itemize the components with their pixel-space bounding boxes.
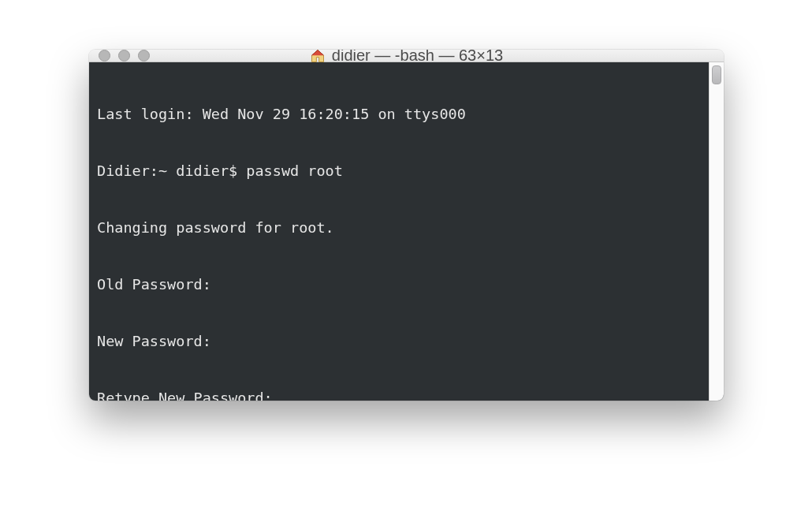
terminal-line: Retype New Password: [97, 389, 702, 401]
traffic-lights [89, 50, 150, 62]
terminal-text-area[interactable]: Last login: Wed Nov 29 16:20:15 on ttys0… [89, 62, 709, 401]
home-icon [310, 50, 326, 64]
close-window-button[interactable] [99, 50, 110, 62]
minimize-window-button[interactable] [118, 50, 130, 62]
window-title: didier — -bash — 63×13 [332, 50, 503, 65]
terminal-window: didier — -bash — 63×13 Last login: Wed N… [89, 50, 724, 401]
terminal-line: New Password: [97, 332, 702, 351]
terminal-body: Last login: Wed Nov 29 16:20:15 on ttys0… [89, 62, 724, 401]
terminal-line: Last login: Wed Nov 29 16:20:15 on ttys0… [97, 105, 702, 124]
terminal-line: Old Password: [97, 275, 702, 294]
scrollbar-thumb[interactable] [712, 65, 721, 84]
titlebar[interactable]: didier — -bash — 63×13 [89, 50, 724, 62]
terminal-line: Didier:~ didier$ passwd root [97, 162, 702, 181]
window-title-area: didier — -bash — 63×13 [89, 50, 724, 62]
vertical-scrollbar[interactable] [709, 62, 724, 401]
zoom-window-button[interactable] [138, 50, 150, 62]
terminal-line: Changing password for root. [97, 218, 702, 237]
